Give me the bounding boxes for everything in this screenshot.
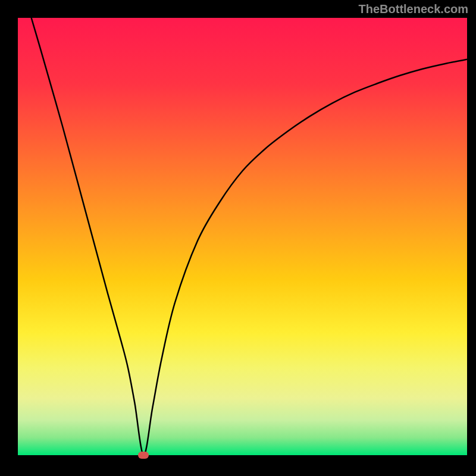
bottleneck-curve — [18, 18, 467, 455]
chart-plot-area — [18, 18, 467, 455]
watermark-text: TheBottleneck.com — [359, 2, 468, 16]
optimal-point-marker — [138, 452, 149, 459]
